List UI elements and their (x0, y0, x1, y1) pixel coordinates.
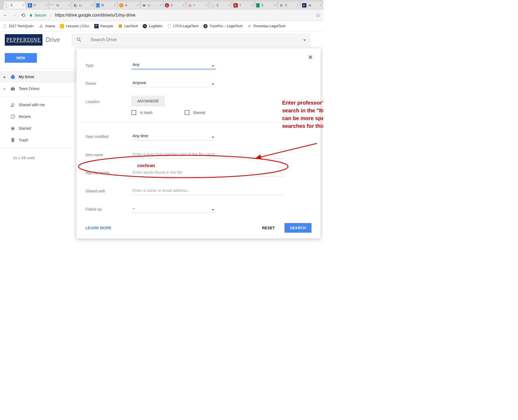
starred-checkbox[interactable]: Starred (185, 110, 205, 115)
shared-with-input[interactable] (131, 186, 283, 195)
bookmark-star-icon[interactable]: ☆ (316, 12, 321, 18)
close-icon[interactable]: × (274, 3, 276, 7)
secure-label: Secure (34, 13, 46, 17)
close-icon[interactable]: × (228, 3, 230, 7)
browser-tab[interactable]: ET× (232, 2, 255, 9)
chevron-down-icon[interactable] (303, 37, 306, 42)
in-trash-checkbox[interactable]: In trash (131, 110, 153, 115)
close-icon[interactable]: × (45, 3, 47, 7)
close-icon[interactable]: × (22, 3, 24, 7)
browser-tab[interactable]: cA× (163, 2, 186, 9)
type-label: Type (85, 62, 131, 68)
browser-tab[interactable]: !A× (118, 2, 140, 9)
svg-point-8 (41, 26, 43, 27)
location-button[interactable]: ANYWHERE (131, 96, 165, 106)
sidebar-item-starred[interactable]: Starred (0, 122, 76, 134)
sidebar-item-trash[interactable]: Trash (0, 134, 76, 146)
sidebar-item-label: Trash (19, 138, 28, 142)
star-icon (9, 126, 17, 131)
close-icon[interactable]: × (91, 3, 93, 7)
browser-tab[interactable]: Li× (72, 2, 95, 9)
sidebar-item-my-drive[interactable]: ▶ My Drive (0, 71, 76, 83)
sidebar-item-shared[interactable]: Shared with me (0, 99, 76, 111)
browser-tab[interactable]: 6P× (26, 2, 49, 9)
has-words-label: Has the words (85, 170, 131, 175)
close-icon[interactable]: × (137, 3, 138, 7)
tab-label: Je (308, 3, 320, 7)
forward-button[interactable]: → (12, 12, 17, 18)
close-icon[interactable]: × (114, 3, 116, 7)
has-words-input[interactable] (131, 168, 283, 177)
gmail-icon (50, 3, 55, 7)
browser-tab[interactable]: S× (209, 2, 232, 9)
bookmark[interactable]: Lessons | CALI (60, 24, 89, 28)
bookmark[interactable]: ●TutorPro – LegalTech (203, 24, 243, 28)
new-button[interactable]: NEW (5, 53, 37, 63)
sidebar-item-team-drives[interactable]: ▶ Team Drives (0, 83, 76, 94)
date-select[interactable]: Any time (131, 132, 216, 140)
browser-tab[interactable]: E× (3, 2, 26, 9)
sidebar-item-recent[interactable]: Recent (0, 111, 76, 122)
browser-tab[interactable]: In× (49, 2, 72, 9)
close-icon[interactable]: × (205, 3, 207, 7)
svg-point-12 (12, 87, 13, 88)
bookmark[interactable]: InLogMeIn (143, 24, 162, 28)
page-icon (211, 3, 215, 7)
law-icon: 🍔 (118, 24, 122, 28)
close-icon[interactable]: × (320, 3, 321, 7)
bookmark[interactable]: PPanopto (94, 24, 113, 28)
back-button[interactable]: ← (3, 12, 8, 18)
trash-icon (9, 137, 17, 143)
close-icon[interactable]: × (251, 3, 253, 7)
tab-label: Li (148, 3, 159, 7)
asana-icon (188, 3, 192, 7)
checkbox-icon (185, 110, 189, 115)
browser-tab[interactable]: PJe× (301, 2, 323, 9)
bookmark[interactable]: LTC4-LegalTech (167, 24, 198, 28)
followup-select[interactable]: – (131, 204, 216, 213)
bookmark[interactable]: ✔Procertas-LegalTech (247, 24, 285, 28)
learn-more-link[interactable]: LEARN MORE (85, 226, 111, 230)
owner-select[interactable]: Anyone (131, 79, 216, 87)
reset-button[interactable]: RESET (262, 226, 275, 230)
date-value: Any time (133, 133, 148, 138)
browser-tab[interactable]: WLi× (140, 2, 163, 9)
browser-tab[interactable]: M× (95, 2, 117, 9)
tab-label: E (11, 3, 22, 7)
close-icon[interactable]: × (297, 3, 299, 7)
search-button[interactable]: SEARCH (285, 223, 311, 233)
drive-icon (9, 74, 17, 80)
tab-label: A (125, 3, 137, 7)
reload-button[interactable]: ⟲ (21, 12, 25, 18)
starred-checkbox-label: Starred (193, 110, 205, 115)
browser-tab[interactable]: QC× (278, 2, 300, 9)
security-indicator[interactable]: Secure (29, 13, 46, 17)
team-icon (9, 86, 17, 91)
people-icon (9, 102, 17, 108)
bookmark[interactable]: Asana (39, 24, 55, 28)
close-icon[interactable]: × (68, 3, 70, 7)
search-bar[interactable]: Search Drive (71, 33, 311, 46)
tab-label: • (194, 3, 205, 7)
item-name-input[interactable] (131, 150, 283, 159)
svg-point-6 (40, 25, 42, 26)
app-body: NEW ▶ My Drive ▶ Team Drives Shared wi (0, 48, 323, 262)
url-text[interactable]: https://drive.google.com/drive/u/1/my-dr… (55, 13, 135, 18)
bookmarks-bar: 2017 TechQual+ Asana Lessons | CALI PPan… (0, 21, 323, 31)
browser-tab[interactable]: S× (255, 2, 277, 9)
type-select[interactable]: Any (131, 61, 216, 69)
close-icon[interactable]: × (159, 3, 161, 7)
close-icon[interactable]: ✕ (308, 54, 313, 61)
browser-tab[interactable]: •× (186, 2, 209, 9)
item-name-label: Item name (85, 152, 131, 157)
bookmark[interactable]: 2017 TechQual+ (3, 24, 34, 28)
bookmark[interactable]: 🍔LawTech (118, 24, 138, 28)
svg-point-5 (190, 5, 192, 7)
bookmark-label: LogMeIn (149, 24, 162, 28)
alert-icon: ! (119, 3, 123, 7)
annotation-word: cochran (137, 163, 155, 168)
brand-logo[interactable]: PEPPERDINE (5, 34, 42, 46)
date-label: Date modified (85, 133, 131, 139)
close-icon[interactable]: × (182, 3, 184, 7)
bookmark-label: Asana (45, 24, 55, 28)
